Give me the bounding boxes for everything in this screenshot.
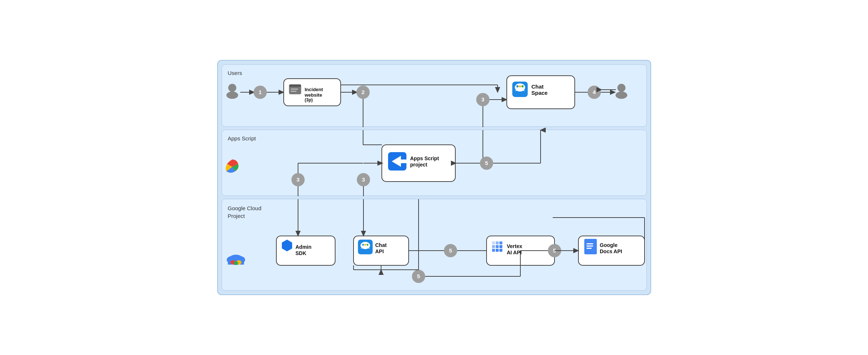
svg-rect-10	[291, 91, 297, 92]
svg-point-1	[226, 92, 238, 99]
svg-text:project: project	[410, 162, 427, 168]
svg-text:5: 5	[485, 160, 488, 166]
svg-rect-109	[587, 243, 593, 244]
svg-point-92	[366, 244, 368, 246]
svg-text:5: 5	[417, 273, 420, 279]
svg-text:Google: Google	[600, 242, 617, 248]
svg-text:(3p): (3p)	[305, 97, 313, 103]
svg-text:Apps Script: Apps Script	[410, 155, 439, 161]
svg-rect-103	[496, 249, 499, 252]
svg-text:SDK: SDK	[295, 250, 306, 256]
svg-rect-97	[496, 241, 499, 244]
svg-rect-99	[492, 245, 495, 248]
svg-text:Vertex: Vertex	[507, 243, 522, 249]
svg-text:2: 2	[361, 89, 364, 95]
svg-text:Docs API: Docs API	[600, 248, 622, 254]
svg-rect-9	[291, 89, 298, 90]
svg-text:Chat: Chat	[375, 242, 387, 248]
svg-point-27	[516, 85, 519, 87]
svg-text:1: 1	[258, 89, 261, 95]
outer-box: Users 1	[217, 60, 651, 295]
svg-point-81	[234, 261, 238, 265]
svg-rect-100	[496, 245, 499, 248]
svg-rect-98	[499, 241, 502, 244]
diagram-wrapper: Users 1	[217, 60, 651, 295]
svg-rect-8	[289, 85, 301, 87]
svg-text:Chat: Chat	[531, 83, 544, 90]
svg-text:3: 3	[362, 176, 365, 183]
lane-google-cloud: Google CloudProject	[222, 199, 647, 291]
svg-point-91	[364, 244, 366, 246]
lane-apps-script: Apps Script	[222, 130, 647, 196]
svg-rect-102	[492, 249, 495, 252]
svg-text:Admin: Admin	[295, 244, 312, 250]
svg-point-37	[617, 84, 625, 92]
svg-point-90	[362, 244, 364, 246]
apps-script-lane-svg: Apps Script project 5	[222, 130, 646, 196]
svg-rect-104	[499, 249, 502, 252]
svg-point-38	[616, 92, 627, 99]
svg-point-29	[521, 85, 524, 87]
svg-rect-101	[499, 245, 502, 248]
google-cloud-lane-svg: Admin SDK Chat API	[222, 199, 646, 290]
svg-text:5: 5	[449, 247, 452, 254]
svg-text:AI API: AI API	[507, 250, 522, 255]
lane-users: Users 1	[222, 64, 647, 127]
svg-rect-111	[587, 248, 592, 249]
users-lane-svg: 1 Incident website (3p) 2	[222, 65, 646, 126]
svg-point-0	[228, 84, 236, 92]
svg-text:3: 3	[296, 176, 299, 183]
svg-rect-96	[492, 241, 495, 244]
svg-text:Space: Space	[531, 90, 548, 96]
svg-rect-110	[587, 245, 593, 247]
svg-text:3: 3	[481, 96, 484, 103]
svg-point-28	[519, 85, 521, 87]
svg-text:API: API	[375, 248, 384, 254]
svg-text:4: 4	[592, 89, 596, 95]
svg-text:website: website	[304, 92, 322, 98]
svg-text:Incident: Incident	[305, 87, 323, 92]
